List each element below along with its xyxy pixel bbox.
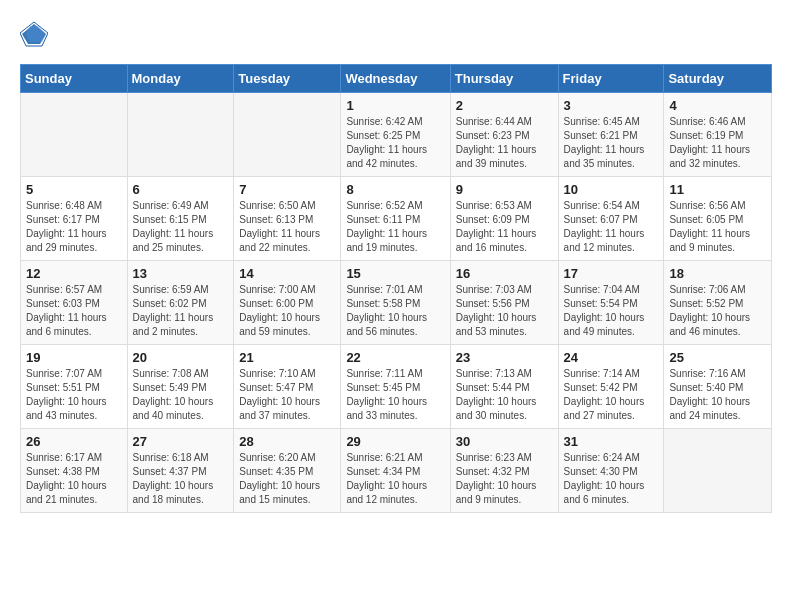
day-info: Sunrise: 7:06 AM Sunset: 5:52 PM Dayligh… — [669, 283, 766, 339]
day-info: Sunrise: 6:56 AM Sunset: 6:05 PM Dayligh… — [669, 199, 766, 255]
calendar-cell: 1Sunrise: 6:42 AM Sunset: 6:25 PM Daylig… — [341, 93, 450, 177]
day-number: 7 — [239, 182, 335, 197]
day-header-thursday: Thursday — [450, 65, 558, 93]
calendar-table: SundayMondayTuesdayWednesdayThursdayFrid… — [20, 64, 772, 513]
calendar-week-2: 5Sunrise: 6:48 AM Sunset: 6:17 PM Daylig… — [21, 177, 772, 261]
day-info: Sunrise: 6:44 AM Sunset: 6:23 PM Dayligh… — [456, 115, 553, 171]
day-number: 8 — [346, 182, 444, 197]
svg-marker-2 — [26, 26, 46, 42]
logo-icon — [20, 20, 48, 48]
calendar-cell: 19Sunrise: 7:07 AM Sunset: 5:51 PM Dayli… — [21, 345, 128, 429]
day-header-sunday: Sunday — [21, 65, 128, 93]
day-info: Sunrise: 6:54 AM Sunset: 6:07 PM Dayligh… — [564, 199, 659, 255]
day-number: 6 — [133, 182, 229, 197]
day-number: 29 — [346, 434, 444, 449]
day-number: 27 — [133, 434, 229, 449]
day-info: Sunrise: 6:24 AM Sunset: 4:30 PM Dayligh… — [564, 451, 659, 507]
day-number: 4 — [669, 98, 766, 113]
calendar-cell: 28Sunrise: 6:20 AM Sunset: 4:35 PM Dayli… — [234, 429, 341, 513]
calendar-header-row: SundayMondayTuesdayWednesdayThursdayFrid… — [21, 65, 772, 93]
calendar-cell: 3Sunrise: 6:45 AM Sunset: 6:21 PM Daylig… — [558, 93, 664, 177]
day-number: 13 — [133, 266, 229, 281]
day-number: 16 — [456, 266, 553, 281]
logo — [20, 20, 52, 48]
day-header-tuesday: Tuesday — [234, 65, 341, 93]
calendar-cell: 15Sunrise: 7:01 AM Sunset: 5:58 PM Dayli… — [341, 261, 450, 345]
day-header-wednesday: Wednesday — [341, 65, 450, 93]
calendar-cell: 29Sunrise: 6:21 AM Sunset: 4:34 PM Dayli… — [341, 429, 450, 513]
day-info: Sunrise: 6:42 AM Sunset: 6:25 PM Dayligh… — [346, 115, 444, 171]
day-number: 3 — [564, 98, 659, 113]
day-info: Sunrise: 7:07 AM Sunset: 5:51 PM Dayligh… — [26, 367, 122, 423]
calendar-cell: 31Sunrise: 6:24 AM Sunset: 4:30 PM Dayli… — [558, 429, 664, 513]
page-header — [20, 20, 772, 48]
day-number: 9 — [456, 182, 553, 197]
calendar-cell: 6Sunrise: 6:49 AM Sunset: 6:15 PM Daylig… — [127, 177, 234, 261]
day-number: 11 — [669, 182, 766, 197]
day-info: Sunrise: 7:14 AM Sunset: 5:42 PM Dayligh… — [564, 367, 659, 423]
day-header-friday: Friday — [558, 65, 664, 93]
calendar-cell: 16Sunrise: 7:03 AM Sunset: 5:56 PM Dayli… — [450, 261, 558, 345]
calendar-cell — [664, 429, 772, 513]
day-info: Sunrise: 7:16 AM Sunset: 5:40 PM Dayligh… — [669, 367, 766, 423]
calendar-cell: 8Sunrise: 6:52 AM Sunset: 6:11 PM Daylig… — [341, 177, 450, 261]
day-number: 19 — [26, 350, 122, 365]
calendar-cell: 23Sunrise: 7:13 AM Sunset: 5:44 PM Dayli… — [450, 345, 558, 429]
day-number: 18 — [669, 266, 766, 281]
calendar-cell: 21Sunrise: 7:10 AM Sunset: 5:47 PM Dayli… — [234, 345, 341, 429]
calendar-cell: 17Sunrise: 7:04 AM Sunset: 5:54 PM Dayli… — [558, 261, 664, 345]
calendar-cell: 5Sunrise: 6:48 AM Sunset: 6:17 PM Daylig… — [21, 177, 128, 261]
day-info: Sunrise: 7:04 AM Sunset: 5:54 PM Dayligh… — [564, 283, 659, 339]
calendar-cell: 25Sunrise: 7:16 AM Sunset: 5:40 PM Dayli… — [664, 345, 772, 429]
day-info: Sunrise: 6:20 AM Sunset: 4:35 PM Dayligh… — [239, 451, 335, 507]
day-info: Sunrise: 7:01 AM Sunset: 5:58 PM Dayligh… — [346, 283, 444, 339]
day-number: 28 — [239, 434, 335, 449]
calendar-cell: 2Sunrise: 6:44 AM Sunset: 6:23 PM Daylig… — [450, 93, 558, 177]
calendar-cell: 20Sunrise: 7:08 AM Sunset: 5:49 PM Dayli… — [127, 345, 234, 429]
calendar-cell: 18Sunrise: 7:06 AM Sunset: 5:52 PM Dayli… — [664, 261, 772, 345]
day-header-monday: Monday — [127, 65, 234, 93]
calendar-cell: 12Sunrise: 6:57 AM Sunset: 6:03 PM Dayli… — [21, 261, 128, 345]
calendar-cell: 24Sunrise: 7:14 AM Sunset: 5:42 PM Dayli… — [558, 345, 664, 429]
day-number: 15 — [346, 266, 444, 281]
day-info: Sunrise: 6:48 AM Sunset: 6:17 PM Dayligh… — [26, 199, 122, 255]
calendar-week-3: 12Sunrise: 6:57 AM Sunset: 6:03 PM Dayli… — [21, 261, 772, 345]
day-info: Sunrise: 6:53 AM Sunset: 6:09 PM Dayligh… — [456, 199, 553, 255]
calendar-cell: 13Sunrise: 6:59 AM Sunset: 6:02 PM Dayli… — [127, 261, 234, 345]
day-info: Sunrise: 7:08 AM Sunset: 5:49 PM Dayligh… — [133, 367, 229, 423]
day-number: 31 — [564, 434, 659, 449]
day-number: 12 — [26, 266, 122, 281]
day-info: Sunrise: 6:23 AM Sunset: 4:32 PM Dayligh… — [456, 451, 553, 507]
day-info: Sunrise: 6:49 AM Sunset: 6:15 PM Dayligh… — [133, 199, 229, 255]
calendar-cell — [127, 93, 234, 177]
calendar-cell: 9Sunrise: 6:53 AM Sunset: 6:09 PM Daylig… — [450, 177, 558, 261]
calendar-cell: 7Sunrise: 6:50 AM Sunset: 6:13 PM Daylig… — [234, 177, 341, 261]
day-number: 5 — [26, 182, 122, 197]
calendar-cell: 26Sunrise: 6:17 AM Sunset: 4:38 PM Dayli… — [21, 429, 128, 513]
day-info: Sunrise: 6:50 AM Sunset: 6:13 PM Dayligh… — [239, 199, 335, 255]
day-number: 21 — [239, 350, 335, 365]
day-number: 26 — [26, 434, 122, 449]
calendar-week-5: 26Sunrise: 6:17 AM Sunset: 4:38 PM Dayli… — [21, 429, 772, 513]
calendar-cell — [21, 93, 128, 177]
day-info: Sunrise: 6:18 AM Sunset: 4:37 PM Dayligh… — [133, 451, 229, 507]
calendar-cell — [234, 93, 341, 177]
day-header-saturday: Saturday — [664, 65, 772, 93]
day-number: 1 — [346, 98, 444, 113]
day-number: 2 — [456, 98, 553, 113]
day-info: Sunrise: 7:00 AM Sunset: 6:00 PM Dayligh… — [239, 283, 335, 339]
calendar-cell: 30Sunrise: 6:23 AM Sunset: 4:32 PM Dayli… — [450, 429, 558, 513]
day-number: 25 — [669, 350, 766, 365]
day-info: Sunrise: 6:59 AM Sunset: 6:02 PM Dayligh… — [133, 283, 229, 339]
calendar-cell: 10Sunrise: 6:54 AM Sunset: 6:07 PM Dayli… — [558, 177, 664, 261]
day-info: Sunrise: 7:03 AM Sunset: 5:56 PM Dayligh… — [456, 283, 553, 339]
calendar-cell: 27Sunrise: 6:18 AM Sunset: 4:37 PM Dayli… — [127, 429, 234, 513]
day-number: 30 — [456, 434, 553, 449]
day-info: Sunrise: 6:17 AM Sunset: 4:38 PM Dayligh… — [26, 451, 122, 507]
day-number: 10 — [564, 182, 659, 197]
day-number: 14 — [239, 266, 335, 281]
day-number: 20 — [133, 350, 229, 365]
day-number: 24 — [564, 350, 659, 365]
day-info: Sunrise: 6:21 AM Sunset: 4:34 PM Dayligh… — [346, 451, 444, 507]
day-info: Sunrise: 6:45 AM Sunset: 6:21 PM Dayligh… — [564, 115, 659, 171]
